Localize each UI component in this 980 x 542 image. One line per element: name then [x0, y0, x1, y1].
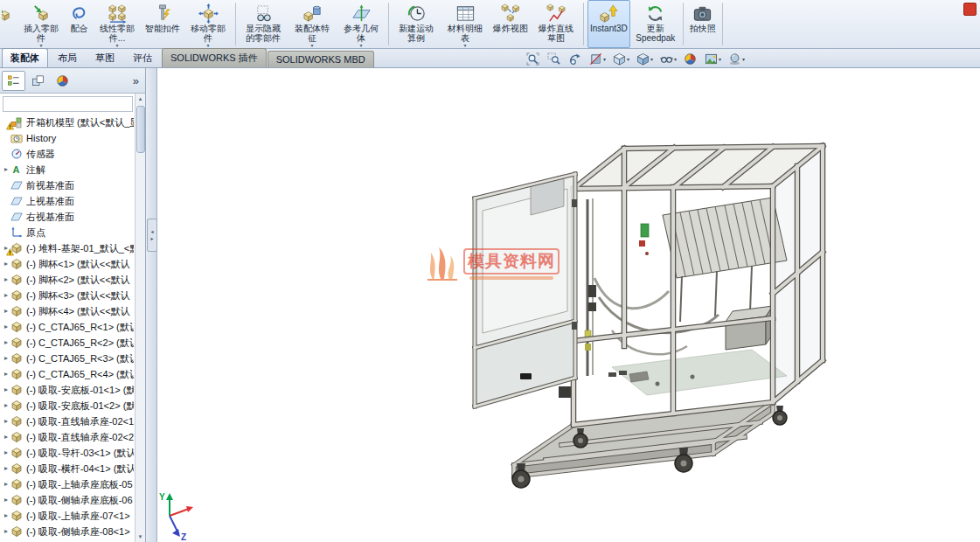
tree-item[interactable]: ▸ (-) 脚杯<1> (默认<<默认	[0, 256, 134, 272]
ribbon-button[interactable]: 爆炸视图	[490, 0, 531, 48]
expand-arrow-icon[interactable]: ▸	[2, 524, 10, 539]
featuremanager-tab[interactable]	[2, 71, 25, 91]
tree-item[interactable]: ▸ (-) C_CTAJ65_R<1> (默认	[0, 319, 134, 335]
expand-arrow-icon[interactable]: ▸	[2, 335, 10, 351]
tree-item[interactable]: ▸ 注解	[0, 162, 134, 177]
graphics-viewport[interactable]: Y Z 模具资料网	[157, 68, 980, 542]
tree-item[interactable]: 前视基准面	[0, 177, 134, 193]
view-settings-icon[interactable]: ▾	[725, 51, 748, 67]
ribbon-button[interactable]: 插入零部件 ▼	[17, 0, 65, 48]
expand-arrow-icon[interactable]: ▸	[2, 413, 10, 429]
tree-item[interactable]: ▸ (-) 吸取-安底板-01<2> (默	[0, 398, 134, 413]
tree-item[interactable]: ▸ (-) 吸取-横杆-04<1> (默认	[0, 461, 134, 476]
ribbon-button[interactable]: Instant3D	[587, 0, 630, 48]
tree-item[interactable]: ▸ (-) C_CTAJ65_R<2> (默认	[0, 335, 134, 351]
section-view-icon[interactable]: ▾	[586, 51, 609, 67]
ribbon-button[interactable]	[388, 3, 389, 45]
tree-item[interactable]: ▸ (-) 脚杯<2> (默认<<默认	[0, 272, 134, 288]
ribbon-button[interactable]: 新建运动算例	[393, 0, 440, 48]
expand-arrow-icon[interactable]: ▸	[2, 256, 10, 272]
ribbon-button[interactable]: 配合	[66, 0, 92, 48]
expand-arrow-icon[interactable]: ▸	[2, 461, 10, 476]
command-tab[interactable]: 装配体	[2, 48, 48, 67]
ribbon-button-partial[interactable]	[1, 0, 16, 48]
expand-arrow-icon[interactable]: ▸	[2, 162, 10, 177]
ribbon-button[interactable]	[583, 3, 584, 45]
tree-item[interactable]: 上视基准面	[0, 193, 134, 209]
tree-item[interactable]: 开箱机模型 (默认<默认_显	[0, 115, 134, 130]
tree-item[interactable]: ▸ (-) 脚杯<3> (默认<<默认	[0, 288, 134, 303]
tree-item[interactable]: 传感器	[0, 146, 134, 162]
displaymanager-tab[interactable]	[51, 71, 74, 91]
hide-show-items-icon[interactable]: ▾	[657, 51, 680, 67]
tree-scrollbar[interactable]: ▲ ▼	[135, 94, 145, 542]
command-tab[interactable]: 布局	[49, 48, 86, 67]
previous-view-icon[interactable]	[565, 51, 586, 67]
tree-item-icon	[10, 384, 23, 396]
ribbon-button-icon	[645, 3, 665, 24]
tree-item[interactable]: ▸ (-) 吸取-导杆-03<1> (默认	[0, 445, 134, 461]
command-tab[interactable]: 评估	[124, 48, 161, 67]
display-style-icon[interactable]: ▾	[633, 51, 657, 67]
tree-item[interactable]: ▸ (-) 吸取-上轴承座底板-05	[0, 476, 134, 492]
tree-item[interactable]: ▸ (-) 吸取-侧轴承座底板-06	[0, 492, 134, 508]
expand-arrow-icon[interactable]: ▸	[2, 445, 10, 461]
tree-item[interactable]: 原点	[0, 225, 134, 240]
ribbon-button[interactable]: 更新 Speedpak	[632, 0, 679, 48]
apply-scene-icon[interactable]: ▾	[701, 51, 725, 67]
tree-item[interactable]: ▸ (-) C_CTAJ65_R<3> (默认	[0, 351, 134, 366]
tree-item[interactable]: ▸ (-) 脚杯<4> (默认<<默认	[0, 303, 134, 319]
view-orientation-icon[interactable]: ▾	[609, 51, 633, 67]
tree-item[interactable]: ▸ (-) 吸取-直线轴承座-02<2	[0, 429, 134, 445]
configurationmanager-tab[interactable]	[26, 71, 50, 91]
zoom-area-icon[interactable]	[544, 51, 565, 67]
expand-arrow-icon[interactable]: ▸	[2, 508, 10, 524]
panel-overflow-chevron[interactable]: »	[129, 74, 143, 87]
tree-item[interactable]: ▸ (-) 堆料-基架-01_默认_<默	[0, 240, 134, 256]
ribbon-button[interactable]: 装配体特征 ▼	[288, 0, 336, 48]
expand-arrow-icon[interactable]: ▸	[2, 319, 10, 335]
ribbon-button[interactable]	[235, 3, 236, 45]
expand-arrow-icon[interactable]: ▸	[2, 288, 10, 303]
expand-arrow-icon[interactable]: ▸	[2, 366, 10, 382]
ribbon-button[interactable]: 参考几何体 ▼	[337, 0, 385, 48]
tree-item[interactable]: 右视基准面	[0, 209, 134, 225]
tree-item[interactable]: ▸ (-) 吸取-上轴承座-07<1>	[0, 508, 134, 524]
tree-item[interactable]: History	[0, 130, 134, 146]
tree-item-label: (-) 吸取-安底板-01<2> (默	[26, 400, 134, 413]
command-tab[interactable]: SOLIDWORKS 插件	[162, 48, 267, 67]
ribbon-button[interactable]: 显示隐藏的零部件	[240, 0, 287, 48]
expand-arrow-icon[interactable]: ▸	[2, 303, 10, 319]
expand-arrow-icon[interactable]: ▸	[2, 351, 10, 366]
scroll-thumb[interactable]	[136, 106, 145, 153]
ribbon-button[interactable]: 移动零部件 ▼	[184, 0, 232, 48]
expand-arrow-icon[interactable]: ▸	[2, 382, 10, 398]
expand-arrow-icon[interactable]: ▸	[2, 272, 10, 288]
ribbon-partial-icon	[1, 3, 13, 24]
panel-splitter[interactable]: ◂ ▸	[146, 68, 157, 542]
tree-item[interactable]: ▸ (-) C_CTAJ65_R<4> (默认	[0, 366, 134, 382]
ribbon-button[interactable]: 材料明细表 ▼	[441, 0, 489, 48]
ribbon-button[interactable]: 智能扣件	[142, 0, 183, 48]
tree-item[interactable]: ▸ (-) 吸取-直线轴承座-02<1	[0, 413, 134, 429]
ribbon-button[interactable]	[722, 3, 723, 45]
command-tab[interactable]: 草图	[87, 48, 123, 67]
expand-arrow-icon[interactable]: ▸	[2, 492, 10, 508]
command-tab[interactable]: SOLIDWORKS MBD	[268, 51, 374, 67]
expand-arrow-icon[interactable]: ▸	[2, 476, 10, 492]
ribbon-button[interactable]: 拍快照	[687, 0, 719, 48]
tree-item[interactable]: ▸ (-) 吸取-安底板-01<1> (默	[0, 382, 134, 398]
panel-collapse-button[interactable]: ◂ ▸	[147, 219, 157, 252]
expand-arrow-icon[interactable]: ▸	[2, 398, 10, 413]
tree-item[interactable]: ▸ (-) 吸取-侧轴承座-08<1>	[0, 524, 134, 539]
scroll-down-icon[interactable]: ▼	[136, 532, 145, 542]
ribbon-button[interactable]	[683, 3, 684, 45]
edit-appearance-icon[interactable]	[680, 51, 701, 67]
scroll-up-icon[interactable]: ▲	[136, 94, 145, 104]
ribbon-button[interactable]: 爆炸直线草图	[532, 0, 580, 48]
zoom-fit-icon[interactable]	[523, 51, 544, 67]
tree-item-icon	[10, 179, 23, 191]
ribbon-button[interactable]: 线性零部件... ▼	[94, 0, 141, 48]
tree-item-label: (-) 吸取-横杆-04<1> (默认	[26, 462, 134, 476]
expand-arrow-icon[interactable]: ▸	[2, 429, 10, 445]
